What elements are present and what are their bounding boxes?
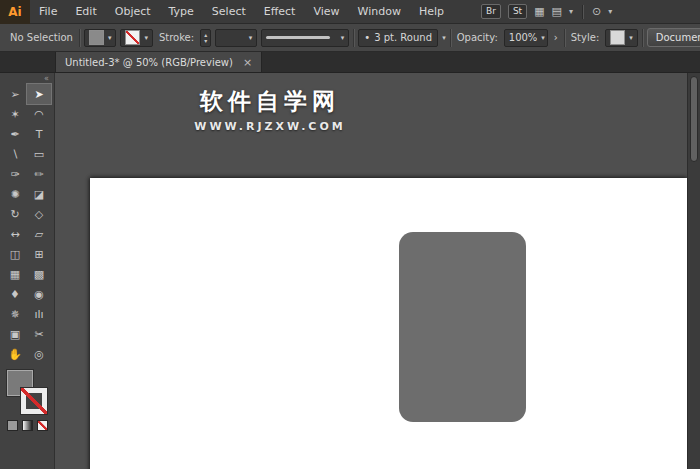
vertical-scrollbar[interactable]: [687, 73, 700, 469]
chevron-down-icon: ▾: [341, 34, 345, 42]
bullet-icon: •: [364, 32, 370, 43]
symbol-sprayer-tool[interactable]: ✵: [3, 304, 27, 324]
style-swatch-icon: [610, 30, 625, 45]
stroke-proxy-swatch[interactable]: [21, 388, 47, 414]
gradient-tool[interactable]: ▩: [27, 264, 51, 284]
menu-type[interactable]: Type: [160, 0, 203, 23]
width-profile-dropdown[interactable]: ▾: [261, 29, 349, 47]
document-tab[interactable]: Untitled-3* @ 50% (RGB/Preview) ×: [55, 52, 262, 72]
document-tab-bar: Untitled-3* @ 50% (RGB/Preview) ×: [0, 52, 700, 73]
scale-tool[interactable]: ◇: [27, 204, 51, 224]
collapse-panel-icon[interactable]: «: [44, 74, 54, 84]
magic-wand-tool[interactable]: ✶: [3, 104, 27, 124]
pen-tool[interactable]: ✒: [3, 124, 27, 144]
perspective-grid-tool[interactable]: ⊞: [27, 244, 51, 264]
fill-swatch-icon: [89, 30, 104, 45]
fill-stroke-proxy: [4, 370, 50, 414]
opacity-value: 100%: [509, 32, 538, 43]
style-dropdown[interactable]: ▾: [605, 29, 638, 47]
stroke-none-swatch-icon: [125, 30, 140, 45]
rectangle-tool[interactable]: ▭: [27, 144, 51, 164]
workspace-chevron-icon[interactable]: ▾: [569, 7, 573, 16]
menu-bar: Ai File Edit Object Type Select Effect V…: [0, 0, 700, 24]
eyedropper-tool[interactable]: ♦: [3, 284, 27, 304]
cs-live-chevron-icon[interactable]: ▾: [608, 7, 612, 16]
control-separator: [450, 29, 451, 47]
column-graph-tool[interactable]: ılı: [27, 304, 51, 324]
slice-tool[interactable]: ✂: [27, 324, 51, 344]
control-separator: [79, 29, 80, 47]
selection-tool[interactable]: ➤: [27, 84, 51, 104]
canvas[interactable]: 软件自学网 WWW.RJZXW.COM: [55, 73, 687, 469]
tools-panel: « ➢ ➤ ✶ ◠ ✒ T ∖ ▭ ✑ ✏ ✺ ◪ ↻ ◇ ↔ ▱ ◫ ⊞ ▦: [0, 73, 55, 469]
stroke-weight-stepper[interactable]: ▴ ▾: [200, 29, 211, 47]
style-label: Style:: [569, 32, 602, 43]
hand-tool[interactable]: ✋: [3, 344, 27, 364]
stepper-down-icon[interactable]: ▾: [204, 38, 207, 44]
tool-grid: ➢ ➤ ✶ ◠ ✒ T ∖ ▭ ✑ ✏ ✺ ◪ ↻ ◇ ↔ ▱ ◫ ⊞ ▦ ▩: [3, 84, 51, 364]
paintbrush-tool[interactable]: ✑: [3, 164, 27, 184]
stock-button[interactable]: St: [508, 4, 527, 19]
menu-help[interactable]: Help: [410, 0, 453, 23]
pencil-tool[interactable]: ✏: [27, 164, 51, 184]
menu-select[interactable]: Select: [203, 0, 255, 23]
workspace-icon[interactable]: ▤: [552, 6, 562, 17]
brush-definition-value: 3 pt. Round: [374, 32, 432, 43]
menu-file[interactable]: File: [30, 0, 66, 23]
width-tool[interactable]: ↔: [3, 224, 27, 244]
paint-mode-buttons: [7, 420, 48, 431]
selection-status: No Selection: [8, 32, 75, 43]
stroke-weight-dropdown[interactable]: ▾: [215, 29, 257, 47]
lasso-tool[interactable]: ◠: [27, 104, 51, 124]
shape-builder-tool[interactable]: ◫: [3, 244, 27, 264]
line-segment-tool[interactable]: ∖: [3, 144, 27, 164]
opacity-label: Opacity:: [455, 32, 500, 43]
app-bar-cluster: Br St ▦ ▤ ▾ ⊙ ▾: [481, 4, 612, 19]
arrange-documents-icon[interactable]: ▦: [534, 6, 544, 17]
app-logo: Ai: [0, 0, 30, 24]
opacity-dropdown[interactable]: 100% ▾: [504, 29, 548, 47]
blob-brush-tool[interactable]: ✺: [3, 184, 27, 204]
zoom-tool[interactable]: ◎: [27, 344, 51, 364]
bridge-button[interactable]: Br: [481, 4, 501, 19]
control-separator: [642, 29, 643, 47]
uniform-profile-icon: [266, 36, 330, 39]
brush-definition-dropdown[interactable]: • 3 pt. Round: [358, 29, 438, 47]
menu-edit[interactable]: Edit: [66, 0, 105, 23]
type-tool[interactable]: T: [27, 124, 51, 144]
menu-window[interactable]: Window: [349, 0, 410, 23]
direct-selection-tool[interactable]: ➢: [3, 84, 27, 104]
fill-color-dropdown[interactable]: ▾: [84, 29, 117, 47]
watermark-url: WWW.RJZXW.COM: [55, 120, 485, 133]
chevron-down-icon: ▾: [541, 34, 545, 42]
menu-effect[interactable]: Effect: [255, 0, 305, 23]
document-setup-button[interactable]: Document Setup: [647, 28, 700, 47]
rounded-rectangle-shape[interactable]: [399, 232, 526, 422]
mesh-tool[interactable]: ▦: [3, 264, 27, 284]
artboard-tool[interactable]: ▣: [3, 324, 27, 344]
blend-tool[interactable]: ◉: [27, 284, 51, 304]
opacity-flyout-icon[interactable]: ›: [552, 32, 560, 43]
gradient-button[interactable]: [22, 420, 33, 431]
stroke-color-dropdown[interactable]: ▾: [120, 29, 153, 47]
close-icon[interactable]: ×: [243, 57, 252, 68]
illustrator-window: Ai File Edit Object Type Select Effect V…: [0, 0, 700, 469]
rotate-tool[interactable]: ↻: [3, 204, 27, 224]
vertical-scrollbar-thumb[interactable]: [690, 76, 698, 162]
none-button[interactable]: [37, 420, 48, 431]
chevron-down-icon: ▾: [629, 34, 633, 42]
artboard[interactable]: [90, 178, 687, 469]
eraser-tool[interactable]: ◪: [27, 184, 51, 204]
free-transform-tool[interactable]: ▱: [27, 224, 51, 244]
color-button[interactable]: [7, 420, 18, 431]
stroke-label: Stroke:: [157, 32, 196, 43]
control-separator: [353, 29, 354, 47]
menu-object[interactable]: Object: [106, 0, 160, 23]
chevron-down-icon: ▾: [249, 34, 253, 42]
brush-chevron-icon[interactable]: ▾: [442, 34, 446, 42]
menubar-separator: [582, 5, 583, 19]
cs-live-icon[interactable]: ⊙: [592, 6, 601, 17]
menu-view[interactable]: View: [304, 0, 348, 23]
watermark: 软件自学网 WWW.RJZXW.COM: [55, 86, 485, 133]
chevron-down-icon: ▾: [144, 34, 148, 42]
